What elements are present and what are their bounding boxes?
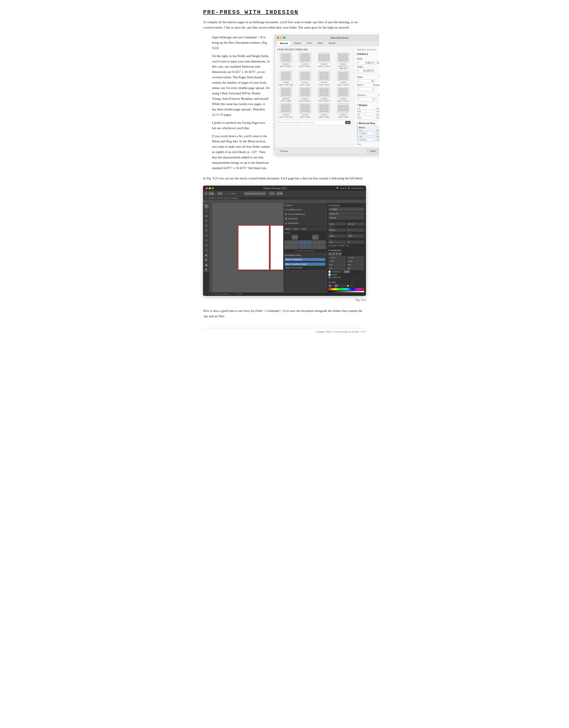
character-panel-menu[interactable]: ≡ — [363, 204, 364, 206]
app-minimize-button[interactable] — [209, 187, 211, 189]
index-panel-header[interactable]: ▸ Index — [285, 204, 325, 206]
cross-references-header[interactable]: ⚡ Cross References — [285, 213, 325, 215]
paragraph-panel-menu[interactable]: ≡ — [363, 249, 364, 251]
app-maximize-button[interactable] — [212, 187, 214, 189]
direct-select-tool[interactable]: ↗ — [204, 209, 209, 213]
v-scale-input[interactable]: 100% — [347, 234, 364, 238]
bleed-bottom-input[interactable]: 0.125 in — [376, 132, 380, 135]
frame-tool-group[interactable]: ▧ ▦ — [208, 191, 214, 195]
columns-input[interactable]: ⟳ 1 — [357, 97, 375, 101]
margin-bottom-input[interactable]: 0 in — [376, 110, 379, 113]
links-tab[interactable]: Links — [301, 228, 306, 230]
select-tool[interactable]: ↖ — [204, 204, 209, 208]
paper-swatch[interactable] — [347, 285, 349, 287]
page-thumb-5[interactable]: 5 — [298, 245, 312, 249]
pencil-tool[interactable]: ✏ — [204, 233, 209, 238]
adobe-search[interactable]: 🔍 Adobe Search — [348, 187, 363, 189]
file-menu[interactable]: ≡ — [205, 191, 208, 195]
align-tools[interactable]: ⊟ ⊠ — [217, 191, 223, 195]
page-thumb-2[interactable]: 2 — [298, 241, 312, 245]
basic-paragraph-item[interactable]: [Basic Paragraph] — [285, 258, 325, 261]
template-item[interactable]: Custom41p3 x 62p2.5 — [315, 87, 333, 102]
align-left-button[interactable]: ≡ — [328, 252, 331, 255]
template-item[interactable]: Custom41p3 x 62p2.5 — [334, 87, 352, 102]
template-item[interactable]: Custom38p0 x 45p0 — [315, 103, 333, 118]
h-scale-input[interactable]: 100% — [328, 234, 346, 238]
template-item[interactable]: Custom41p3 x 62p2.5 — [296, 87, 314, 102]
close-tab-icon[interactable]: ✖ — [205, 197, 207, 199]
start-input[interactable]: ⟳ 1 — [357, 87, 375, 91]
stroke-swatch[interactable] — [335, 284, 338, 287]
rectangle-tool[interactable]: □ — [204, 238, 209, 243]
line-tool[interactable]: ╱ — [204, 224, 209, 228]
template-item[interactable]: Custom46p3 x 75p7.896 — [277, 71, 295, 86]
font-input[interactable]: Minion Pro — [328, 212, 364, 216]
rotate-tool[interactable]: ↻ — [204, 243, 209, 248]
border-checkbox[interactable] — [328, 274, 331, 276]
basic-text-frame-item[interactable]: [Basic Text Frame] — [285, 266, 325, 269]
margins-section-header[interactable]: ▾ Margins — [357, 104, 379, 106]
page-thumb-3[interactable]: 3 — [312, 241, 326, 245]
pages-input[interactable]: ⟳ 19 — [357, 79, 375, 83]
color-gradient-bar[interactable] — [328, 288, 364, 290]
template-item[interactable]: [Default]51p0 x 46p0 — [277, 87, 295, 102]
tab-recent[interactable]: Recent — [277, 41, 291, 46]
template-item[interactable]: Custom38p0 x 45p0 — [296, 103, 314, 118]
zoom-level[interactable]: 100% — [269, 191, 275, 195]
indent-before-input[interactable]: ← 0 in — [328, 256, 346, 259]
lightness-bar[interactable] — [328, 291, 364, 292]
go-button[interactable]: Go — [345, 121, 351, 124]
hyphenate-checkbox[interactable]: ✓ — [328, 276, 331, 278]
template-item[interactable]: Custom41p3 x 62p2.5 — [277, 53, 295, 70]
paragraph-section-title[interactable]: ▸ Paragraph ≡ — [328, 249, 364, 251]
close-button[interactable]: Close — [367, 149, 378, 153]
minimize-window-button[interactable] — [280, 37, 282, 39]
width-input[interactable]: ⟳ 6.625 in — [357, 61, 375, 65]
color-section-title[interactable]: ▸ Color ≡ — [328, 281, 364, 283]
zoom-tool[interactable]: 🔍 — [204, 268, 209, 272]
drop-cap-input[interactable]: 0 in — [328, 263, 346, 266]
size-input[interactable]: 12 pt — [328, 222, 346, 226]
fill-swatch[interactable] — [328, 284, 332, 287]
template-item[interactable]: Custom40p3 x 74p2p7b — [277, 103, 295, 118]
template-item[interactable]: Custom41p3 x 62p2.5 — [296, 53, 314, 70]
bookmarks-header[interactable]: 🔖 Bookmarks — [285, 222, 325, 224]
align-right-button[interactable]: ≡ — [335, 252, 338, 255]
align-center-button[interactable]: ≡ — [332, 252, 335, 255]
paragraph-styles-header[interactable]: Paragraph Styles — [283, 253, 327, 257]
gradient-tool[interactable]: ▦ — [204, 253, 209, 257]
tab-saved[interactable]: Saved — [291, 41, 304, 46]
pen-tool[interactable]: ✒ — [204, 228, 209, 233]
baseline-input[interactable]: 0 pt — [328, 241, 346, 244]
drop-lines-input[interactable]: ≬ 1 — [328, 267, 346, 270]
drop-cap-chars-input[interactable]: 0 in — [347, 263, 364, 266]
margin-top-input[interactable]: 0 in — [357, 110, 374, 113]
style-dropdown[interactable]: [Basic Ironalpha] ▾ — [214, 293, 230, 295]
page-thumb-1[interactable]: 1 — [284, 241, 298, 245]
tab-mobile[interactable]: Mobile — [326, 41, 338, 46]
template-item[interactable]: Custom41p3 x 62p2.5 — [334, 71, 352, 86]
tab-print[interactable]: Print — [304, 41, 315, 46]
kerning-input[interactable]: Metrics — [328, 228, 346, 232]
template-item[interactable]: Custom51p0 x 45p0 — [315, 71, 333, 86]
bleed-left-input[interactable]: 0.125 in — [359, 138, 374, 141]
frame-type-dropdown[interactable]: [Basic Graphics Frame] ▾ — [244, 191, 266, 195]
bleed-right-input[interactable]: 0.125 in — [376, 138, 380, 141]
template-item[interactable]: Custom51p0 x 45p0 — [296, 71, 314, 86]
margin-left-input[interactable]: 0 in — [357, 116, 374, 119]
conditional-text-header[interactable]: T Conditional Text — [285, 208, 325, 211]
page-thumb-4[interactable]: 4 — [284, 245, 298, 249]
bleed-top-input[interactable]: 0.125 in — [359, 132, 374, 135]
space-before-input[interactable]: ↑ 0 in — [328, 260, 346, 263]
skew-input[interactable]: 0° — [347, 241, 364, 244]
file-tab[interactable]: Untitled-1 @ 91% [GPU Preview] — [208, 197, 238, 199]
hyperlinks-header[interactable]: 🔗 Hyperlinks — [285, 217, 325, 220]
maximize-window-button[interactable] — [283, 37, 285, 39]
none-master-thumb[interactable]: [None] — [292, 235, 298, 240]
shading-checkbox[interactable] — [328, 271, 331, 273]
color-panel-menu[interactable]: ≡ — [363, 281, 364, 283]
tab-web[interactable]: Web — [315, 41, 325, 46]
find-input[interactable]: Find more templates on Adobe Stock — [282, 121, 344, 124]
height-input[interactable]: ⟳ 10.1875 in — [357, 69, 375, 73]
tools-toggle[interactable]: ⚡ ✖ — [276, 191, 283, 195]
